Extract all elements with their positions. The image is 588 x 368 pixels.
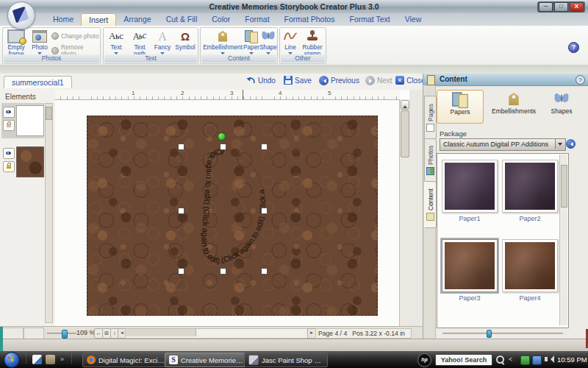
quick-launch-overflow-chevron[interactable]: » <box>60 355 64 363</box>
paper-button[interactable]: Paper <box>243 29 259 58</box>
selection-handle[interactable] <box>178 208 184 214</box>
ribbon-group-other: Line Rubber stamp Other <box>279 27 326 64</box>
lock-toggle[interactable] <box>3 120 15 131</box>
save-button[interactable]: Save <box>284 76 312 85</box>
embellishments-category-button[interactable]: Embellishments <box>488 90 539 122</box>
circular-text[interactable]: (Click again to edit) (Click again to ed… <box>201 147 268 264</box>
grid-scrollbar[interactable] <box>559 155 567 325</box>
scrollbar-thumb[interactable] <box>46 107 52 120</box>
scrollbar-thumb[interactable] <box>126 329 196 336</box>
scroll-up-button[interactable] <box>401 100 409 110</box>
visibility-toggle[interactable] <box>3 107 15 118</box>
tab-view[interactable]: View <box>398 13 429 26</box>
elements-scrollbar[interactable] <box>45 103 53 323</box>
side-tab-content[interactable]: Content <box>424 181 437 228</box>
shapes-category-button[interactable]: Shapes <box>542 90 581 122</box>
zoom-slider-thumb[interactable] <box>62 330 68 339</box>
help-button[interactable]: ? <box>568 42 579 53</box>
undo-button[interactable]: Undo <box>245 76 276 85</box>
shape-button[interactable]: Shape <box>259 29 277 58</box>
lock-toggle[interactable] <box>3 161 15 172</box>
page-indicator: Page 4 / 4 <box>318 330 347 337</box>
tab-format-text[interactable]: Format Text <box>342 13 397 26</box>
maximize-button[interactable]: □ <box>554 2 568 12</box>
selection-handle[interactable] <box>220 268 226 275</box>
next-arrow-icon <box>365 76 375 85</box>
content-panel-header: Content ? <box>423 74 588 86</box>
text-path-button[interactable]: Abc Text path <box>129 29 151 57</box>
element-thumbnail[interactable] <box>16 146 44 177</box>
selection-handle[interactable] <box>261 268 268 275</box>
task-button-paint-shop-pro[interactable]: Jasc Paint Shop Pro ... <box>244 353 328 367</box>
yahoo-search-input[interactable]: Yahoo! Search <box>435 354 492 366</box>
visibility-toggle[interactable] <box>3 148 15 159</box>
paper-item-4[interactable]: Paper4 <box>502 239 558 302</box>
document-tab[interactable]: summersocial1 <box>4 76 72 88</box>
close-button[interactable]: X <box>570 2 584 12</box>
element-thumbnail[interactable] <box>16 105 44 136</box>
selection-handle[interactable] <box>220 144 226 150</box>
paper-item-2[interactable]: Paper2 <box>502 160 558 222</box>
papers-category-button[interactable]: Papers <box>437 90 484 124</box>
tab-arrange[interactable]: Arrange <box>116 13 158 26</box>
symbol-button[interactable]: Ω Symbol <box>174 29 196 51</box>
side-tab-photos[interactable]: Photos <box>424 138 437 183</box>
paper-item-3[interactable]: Paper3 <box>442 239 498 302</box>
rubber-stamp-button[interactable]: Rubber stamp <box>301 29 324 57</box>
paper-thumbnail[interactable] <box>505 242 555 289</box>
position-indicator: Pos 3.22 x -0.14 in <box>352 330 405 337</box>
tray-volume-icon[interactable] <box>545 357 548 361</box>
empty-frame-button[interactable]: Empty frame <box>4 29 28 57</box>
thumbnail-size-thumb[interactable] <box>487 330 492 338</box>
dropdown-arrow-button[interactable] <box>555 139 565 149</box>
tab-format-photos[interactable]: Format Photos <box>277 13 343 26</box>
paper-thumbnail[interactable] <box>445 242 495 289</box>
previous-arrow-icon <box>319 76 329 85</box>
close-document-button[interactable]: × Close <box>395 76 426 85</box>
text-button[interactable]: Abc Text <box>105 29 127 58</box>
paper-item-1[interactable]: Paper1 <box>442 160 498 222</box>
selection-handle[interactable] <box>261 208 268 214</box>
selection-handle[interactable] <box>178 268 184 275</box>
selection-handle[interactable] <box>178 144 184 150</box>
canvas-horizontal-scrollbar[interactable] <box>125 328 308 339</box>
app-logo-icon[interactable] <box>7 1 35 29</box>
scrollbar-thumb[interactable] <box>401 110 409 158</box>
tab-home[interactable]: Home <box>46 13 81 26</box>
element-item-paper[interactable] <box>1 144 44 180</box>
ribbon-group-content: Embellishment Paper Shape Content <box>200 27 278 64</box>
paper-thumbnail[interactable] <box>505 163 555 210</box>
canvas-vertical-scrollbar[interactable] <box>399 99 409 326</box>
package-dropdown[interactable]: Classic Autumn Digital PP Additions <box>440 138 566 151</box>
rotation-handle[interactable] <box>218 132 226 141</box>
quick-launch-icon-2[interactable] <box>46 355 55 364</box>
selection-handle[interactable] <box>261 144 268 150</box>
tab-cut-fill[interactable]: Cut & Fill <box>159 13 205 26</box>
package-back-button[interactable] <box>566 139 576 149</box>
text-path-object[interactable]: (Click again to edit) (Click again to ed… <box>187 144 272 272</box>
search-magnifier-icon[interactable] <box>496 355 504 364</box>
previous-button[interactable]: Previous <box>319 76 359 85</box>
thumbnail-size-slider[interactable] <box>442 333 563 334</box>
minimize-button[interactable]: ─ <box>539 2 553 12</box>
line-button[interactable]: Line <box>282 29 299 58</box>
fancy-button[interactable]: A Fancy <box>152 29 173 58</box>
task-button-digital-magic[interactable]: Digital Magic!: Exciti... <box>82 353 169 367</box>
tray-network-icon[interactable] <box>532 355 542 365</box>
embellishment-button[interactable]: Embellishment <box>202 29 243 58</box>
paper-thumbnail[interactable] <box>445 163 495 210</box>
quick-launch-icon-1[interactable] <box>32 355 42 364</box>
tab-color[interactable]: Color <box>204 13 237 26</box>
side-tab-pages[interactable]: Pages <box>424 96 437 140</box>
photo-button[interactable]: Photo <box>29 29 50 58</box>
tab-format[interactable]: Format <box>237 13 276 26</box>
panel-help-button[interactable]: ? <box>576 75 585 85</box>
scrollbar-thumb[interactable] <box>561 165 567 208</box>
element-item-text-path[interactable] <box>1 103 44 138</box>
task-button-creative-memories[interactable]: S Creative Memories ... <box>165 353 248 367</box>
start-button[interactable] <box>4 352 20 368</box>
tab-insert[interactable]: Insert <box>81 13 116 26</box>
tray-collapse-chevron[interactable]: < <box>509 355 512 363</box>
tray-icon-green[interactable] <box>520 355 530 365</box>
hp-logo-icon[interactable]: hp <box>417 353 431 367</box>
